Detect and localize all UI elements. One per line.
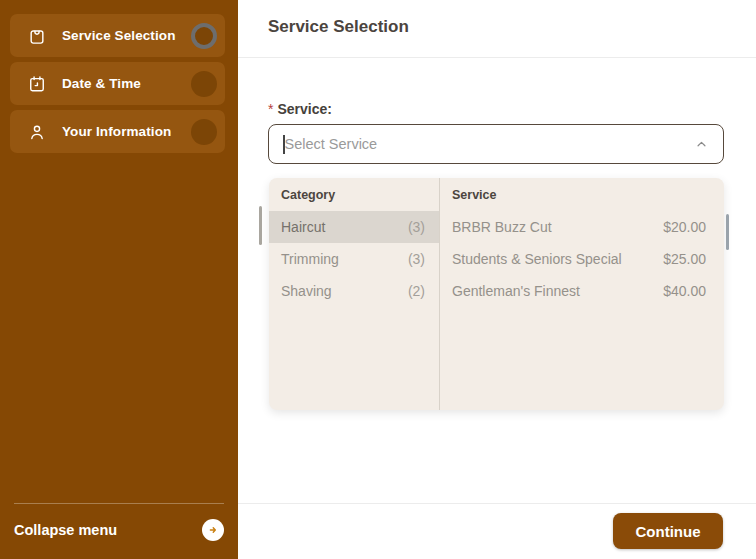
service-price: $40.00	[663, 283, 706, 299]
category-name: Shaving	[281, 283, 332, 299]
category-count: (3)	[408, 219, 425, 235]
continue-button[interactable]: Continue	[613, 513, 723, 549]
sidebar-item-label: Your Information	[62, 124, 191, 139]
category-option-shaving[interactable]: Shaving (2)	[269, 275, 439, 307]
select-placeholder: Select Service	[285, 136, 695, 152]
category-column-header: Category	[269, 178, 439, 211]
chevron-up-icon[interactable]	[694, 137, 709, 152]
service-label-text: Service:	[277, 101, 331, 117]
footer-divider	[238, 503, 756, 504]
collapse-menu-label: Collapse menu	[14, 522, 117, 538]
title-divider	[238, 57, 756, 58]
sidebar-item-label: Service Selection	[62, 28, 191, 43]
service-price: $20.00	[663, 219, 706, 235]
service-name: Gentleman's Finnest	[452, 283, 580, 299]
service-option-students-seniors-special[interactable]: Students & Seniors Special $25.00	[440, 243, 724, 275]
sidebar: Service Selection Date & Time Your Infor…	[0, 0, 238, 559]
sidebar-footer-divider	[14, 503, 224, 504]
service-column-header: Service	[440, 178, 724, 211]
service-name: BRBR Buzz Cut	[452, 219, 552, 235]
category-count: (2)	[408, 283, 425, 299]
collapse-menu-button[interactable]: Collapse menu	[14, 517, 224, 543]
calendar-icon	[27, 74, 47, 94]
category-name: Trimming	[281, 251, 339, 267]
step-indicator	[191, 119, 217, 145]
service-option-brbr-buzz-cut[interactable]: BRBR Buzz Cut $20.00	[440, 211, 724, 243]
sidebar-item-label: Date & Time	[62, 76, 191, 91]
sidebar-item-your-information[interactable]: Your Information	[10, 110, 225, 153]
booking-app: Service Selection Date & Time Your Infor…	[0, 0, 756, 559]
service-field-label: *Service:	[268, 101, 332, 117]
service-name: Students & Seniors Special	[452, 251, 622, 267]
step-indicator-active	[191, 23, 217, 49]
dropdown-scrollbar-thumb[interactable]	[726, 214, 729, 250]
page-title: Service Selection	[268, 17, 409, 37]
category-name: Haircut	[281, 219, 325, 235]
category-scrollbar-thumb[interactable]	[259, 206, 262, 245]
service-price: $25.00	[663, 251, 706, 267]
category-option-haircut[interactable]: Haircut (3)	[269, 211, 439, 243]
main-content: Service Selection *Service: Select Servi…	[238, 0, 756, 559]
sidebar-item-service-selection[interactable]: Service Selection	[10, 14, 225, 57]
category-column: Category Haircut (3) Trimming (3) Shavin…	[269, 178, 439, 410]
category-option-trimming[interactable]: Trimming (3)	[269, 243, 439, 275]
sidebar-item-date-time[interactable]: Date & Time	[10, 62, 225, 105]
shopping-bag-icon	[27, 26, 47, 46]
service-dropdown-panel: Category Haircut (3) Trimming (3) Shavin…	[269, 178, 724, 410]
arrow-right-icon[interactable]	[202, 519, 224, 541]
service-option-gentlemans-finnest[interactable]: Gentleman's Finnest $40.00	[440, 275, 724, 307]
step-indicator	[191, 71, 217, 97]
person-icon	[27, 122, 47, 142]
service-column: Service BRBR Buzz Cut $20.00 Students & …	[440, 178, 724, 410]
required-marker: *	[268, 101, 273, 117]
service-select[interactable]: Select Service	[268, 124, 724, 164]
category-count: (3)	[408, 251, 425, 267]
